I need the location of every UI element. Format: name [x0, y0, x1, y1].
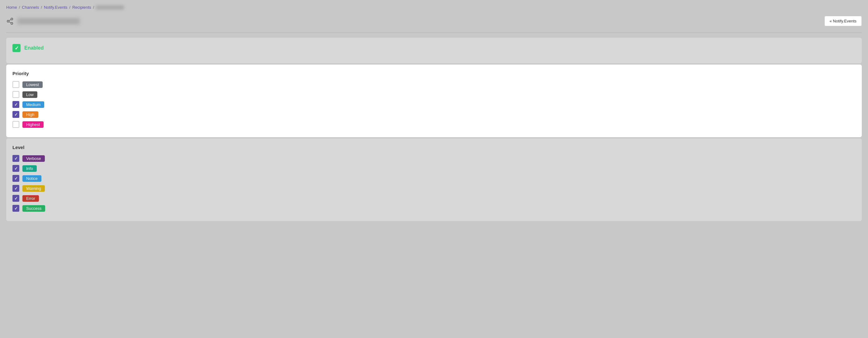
- enabled-checkbox[interactable]: ✓: [12, 44, 21, 52]
- priority-row-medium: ✓Medium: [12, 101, 856, 108]
- priority-badge-low: Low: [23, 91, 37, 98]
- breadcrumb: Home / Channels / Notify.Events / Recipi…: [6, 5, 862, 10]
- enabled-row: ✓ Enabled: [12, 44, 856, 52]
- level-row-error: ✓Error: [12, 195, 856, 202]
- priority-checkbox-medium[interactable]: ✓: [12, 101, 19, 108]
- priority-checkbox-lowest[interactable]: [12, 81, 19, 88]
- priority-row-low: Low: [12, 91, 856, 98]
- level-checkbox-info[interactable]: ✓: [12, 165, 19, 172]
- top-bar-left: [6, 18, 80, 25]
- level-checkbox-success[interactable]: ✓: [12, 205, 19, 212]
- priority-title: Priority: [12, 71, 856, 76]
- divider: [6, 32, 862, 33]
- breadcrumb-blurred: [96, 5, 124, 10]
- level-row-info: ✓Info: [12, 165, 856, 172]
- level-title: Level: [12, 145, 856, 150]
- priority-row-lowest: Lowest: [12, 81, 856, 88]
- level-badge-verbose: Verbose: [23, 155, 45, 162]
- breadcrumb-channels[interactable]: Channels: [22, 5, 39, 10]
- breadcrumb-notify-events[interactable]: Notify.Events: [44, 5, 67, 10]
- level-row-success: ✓Success: [12, 205, 856, 212]
- priority-badge-highest: Highest: [23, 121, 43, 128]
- svg-point-2: [11, 23, 13, 24]
- priority-list: LowestLow✓Medium✓HighHighest: [12, 81, 856, 128]
- svg-line-4: [9, 19, 11, 21]
- priority-checkbox-low[interactable]: [12, 91, 19, 98]
- level-badge-success: Success: [23, 205, 45, 212]
- level-section: Level ✓Verbose✓Info✓Notice✓Warning✓Error…: [6, 138, 862, 221]
- share-icon: [6, 18, 14, 25]
- breadcrumb-recipients[interactable]: Recipients: [72, 5, 91, 10]
- priority-section: Priority LowestLow✓Medium✓HighHighest: [6, 64, 862, 137]
- priority-badge-medium: Medium: [23, 101, 44, 108]
- enabled-section: ✓ Enabled: [6, 38, 862, 63]
- svg-point-1: [7, 20, 9, 22]
- priority-row-high: ✓High: [12, 111, 856, 118]
- breadcrumb-home[interactable]: Home: [6, 5, 17, 10]
- level-list: ✓Verbose✓Info✓Notice✓Warning✓Error✓Succe…: [12, 155, 856, 212]
- svg-line-3: [9, 22, 11, 23]
- level-badge-notice: Notice: [23, 175, 41, 182]
- priority-checkbox-highest[interactable]: [12, 121, 19, 128]
- level-checkbox-warning[interactable]: ✓: [12, 185, 19, 192]
- priority-badge-high: High: [23, 111, 38, 118]
- level-row-warning: ✓Warning: [12, 185, 856, 192]
- priority-checkbox-high[interactable]: ✓: [12, 111, 19, 118]
- back-button[interactable]: « Notify.Events: [825, 16, 862, 26]
- level-badge-info: Info: [23, 165, 37, 172]
- top-bar: « Notify.Events: [6, 16, 862, 26]
- level-row-notice: ✓Notice: [12, 175, 856, 182]
- level-checkbox-verbose[interactable]: ✓: [12, 155, 19, 162]
- priority-row-highest: Highest: [12, 121, 856, 128]
- level-checkbox-notice[interactable]: ✓: [12, 175, 19, 182]
- level-checkbox-error[interactable]: ✓: [12, 195, 19, 202]
- svg-point-0: [11, 18, 13, 20]
- level-badge-error: Error: [23, 195, 39, 202]
- priority-badge-lowest: Lowest: [23, 81, 43, 88]
- level-badge-warning: Warning: [23, 185, 45, 192]
- level-row-verbose: ✓Verbose: [12, 155, 856, 162]
- page-title-blurred: [18, 18, 80, 24]
- enabled-label: Enabled: [24, 45, 43, 51]
